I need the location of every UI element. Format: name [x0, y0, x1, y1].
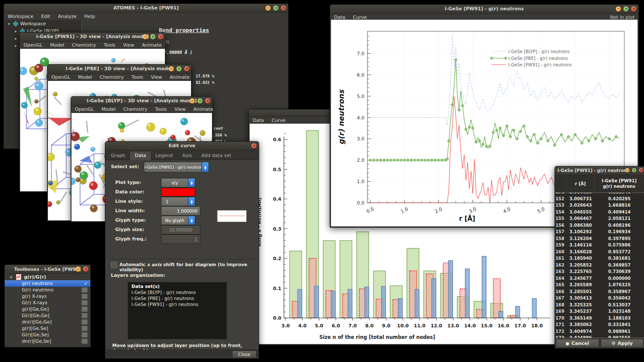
glyph-type-dropdown[interactable]: No glyph ▲▼: [161, 216, 195, 225]
menu-item-analyze[interactable]: Analyze: [58, 14, 76, 19]
titlebar-gr-table[interactable]: l-GeSe [PW91] - g(r) neutrons − + ✕: [555, 166, 644, 175]
titlebar-3d-blyp[interactable]: l-GeSe [BLYP] - 3D view - [Analysis mode…: [71, 97, 212, 106]
close-button[interactable]: ✕: [281, 6, 286, 11]
table-row[interactable]: 1553.0664672.058121: [555, 215, 644, 222]
minimize-button[interactable]: −: [143, 34, 148, 39]
table-row[interactable]: 1523.0067310.420295: [555, 196, 644, 202]
close-dialog-button[interactable]: Close: [232, 350, 256, 358]
expander-icon[interactable]: ▸: [14, 36, 18, 41]
header-r-column[interactable]: r [Å]: [566, 175, 594, 193]
maximize-button[interactable]: +: [273, 6, 278, 11]
maximize-button[interactable]: +: [632, 168, 636, 172]
titlebar-3d-pbe[interactable]: l-GeSe [PBE] - 3D view - [Analysis mode]…: [48, 65, 191, 74]
plot-type-dropdown[interactable]: x/y ▲▼: [161, 178, 195, 187]
toolbox-group-g-r-g-r[interactable]: ▾g(r)/G(r): [5, 274, 90, 280]
expander-icon[interactable]: ▸: [14, 29, 18, 33]
toolbox-item-g-r-ge-se[interactable]: G(r)[Ge,Se]: [5, 332, 90, 338]
layer-item-l-gese-blyp-g-r-neutrons[interactable]: l-GeSe [BLYP] - g(r) neutrons: [128, 289, 227, 295]
cancel-button[interactable]: ● Cancel: [556, 339, 599, 347]
menu-item-model[interactable]: Model: [101, 107, 116, 112]
expander-icon[interactable]: ▾: [9, 275, 13, 279]
menu-item-tools[interactable]: Tools: [104, 42, 115, 48]
toolbox-item-g-r-neutrons[interactable]: G(r) neutrons: [5, 287, 90, 293]
line-width-input[interactable]: 1.000000: [161, 206, 200, 216]
minimize-button[interactable]: −: [75, 267, 80, 272]
menu-item-animate[interactable]: Animate: [170, 74, 190, 80]
menu-item-view[interactable]: View: [123, 42, 134, 48]
toolbox-item-g-r-ge-ge[interactable]: g(r)[Ge,Ge]: [5, 306, 90, 312]
checkbox-icon[interactable]: [81, 306, 88, 312]
maximize-button[interactable]: +: [623, 6, 629, 12]
table-row[interactable]: 1583.1262040.397895: [555, 235, 644, 242]
toolbox-item-dn-r-ge-se[interactable]: dn(r)[Ge,Se]: [5, 338, 90, 344]
table-row[interactable]: 1693.3452371.023148: [555, 308, 644, 315]
menu-item-workspace[interactable]: Workspace: [8, 14, 33, 19]
close-button[interactable]: ✕: [631, 6, 636, 12]
menu-item-curve[interactable]: Curve: [271, 118, 285, 123]
close-button[interactable]: ✕: [205, 98, 210, 104]
close-button[interactable]: ✕: [158, 34, 163, 39]
minimize-button[interactable]: −: [190, 98, 195, 104]
checkbox-icon[interactable]: [81, 338, 88, 344]
menu-item-model[interactable]: Model: [78, 74, 92, 80]
toolbox-item-g-r-x-rays[interactable]: g(r) X-rays: [5, 293, 90, 300]
menu-item-data[interactable]: Data: [253, 118, 264, 123]
checkbox-icon[interactable]: [81, 313, 88, 318]
toolbox-item-g-r-x-rays[interactable]: G(r) X-rays: [5, 300, 90, 306]
maximize-button[interactable]: +: [176, 66, 182, 71]
minimize-button[interactable]: −: [625, 168, 629, 172]
table-row[interactable]: 1663.2855010.358967: [555, 288, 644, 295]
close-button[interactable]: ✕: [251, 143, 256, 148]
tab-add-data-set[interactable]: Add data set: [197, 151, 236, 160]
table-row[interactable]: 1643.2456770.000000: [555, 275, 644, 282]
expander-icon[interactable]: ▾: [7, 22, 11, 26]
expander-icon[interactable]: ▸: [14, 44, 18, 48]
table-row[interactable]: 1713.3850620.331841: [555, 321, 644, 328]
tab-graph[interactable]: Graph: [106, 151, 130, 160]
table-row[interactable]: 1573.1062920.196934: [555, 228, 644, 235]
line-style-dropdown[interactable]: 1 ▲▼: [161, 197, 195, 206]
menu-item-opengl[interactable]: OpenGL: [51, 74, 70, 80]
table-rows-viewport[interactable]: 1512.9868190.2129491523.0067310.42029515…: [555, 193, 644, 338]
table-row[interactable]: 1703.3651491.188103: [555, 315, 644, 322]
menu-item-help[interactable]: Help: [84, 14, 95, 19]
menu-item-opengl[interactable]: OpenGL: [75, 107, 94, 112]
table-row[interactable]: 1603.1660280.953772: [555, 249, 644, 255]
glyph-freq-input[interactable]: 1: [161, 234, 200, 244]
glyph-size-input[interactable]: 10.000000: [161, 225, 200, 234]
toolbox-item-dn-r-ge-ge[interactable]: dn(r)[Ge,Ge]: [5, 319, 90, 325]
table-row[interactable]: 1613.1859400.381681: [555, 255, 644, 262]
table-row[interactable]: 1623.2058520.369857: [555, 262, 644, 269]
table-row[interactable]: 1633.2257650.730639: [555, 268, 644, 275]
table-row[interactable]: 1683.3253250.513037: [555, 302, 644, 309]
titlebar-gr-chart[interactable]: l-GeSe [PW91] - g(r) neutrons − + ✕: [330, 5, 638, 14]
menu-item-edit[interactable]: Edit: [41, 14, 50, 19]
tab-legend[interactable]: Legend: [151, 151, 177, 160]
menu-item-tools[interactable]: Tools: [131, 74, 143, 80]
menu-item-view[interactable]: View: [174, 107, 185, 112]
checkbox-icon[interactable]: [81, 294, 88, 299]
menu-item-model[interactable]: Model: [50, 42, 64, 48]
tab-axis[interactable]: Axis: [177, 151, 197, 160]
maximize-button[interactable]: +: [150, 34, 155, 39]
minimize-button[interactable]: −: [169, 66, 174, 71]
data-color-swatch[interactable]: [161, 188, 195, 196]
auto-shift-checkbox[interactable]: [111, 262, 117, 268]
checkbox-icon[interactable]: [81, 332, 88, 338]
checkbox-icon[interactable]: [81, 319, 88, 325]
tree-item-workspace[interactable]: ▾Workspace: [4, 20, 81, 27]
table-row[interactable]: 1673.3054130.356042: [555, 295, 644, 302]
table-row[interactable]: 1543.0465550.409414: [555, 209, 644, 216]
combo-spinner-icon[interactable]: ▲▼: [188, 216, 195, 225]
select-set-dropdown[interactable]: l-GeSe [PW91] - g(r) neutrons ▲▼: [144, 162, 209, 172]
toolbox-item-g-r-neutrons[interactable]: g(r) neutrons✓: [5, 280, 90, 287]
close-button[interactable]: ✕: [639, 168, 643, 172]
menu-item-chemistry[interactable]: Chemistry: [123, 107, 147, 112]
minimize-button[interactable]: −: [616, 6, 621, 12]
tab-data[interactable]: Data: [130, 151, 151, 160]
titlebar-edit-curve[interactable]: Edit curve ✕: [105, 142, 259, 151]
table-row[interactable]: 1653.2655891.076325: [555, 282, 644, 288]
combo-spinner-icon[interactable]: ▲▼: [188, 178, 195, 187]
menu-item-view[interactable]: View: [151, 74, 162, 80]
menu-item-chemistry[interactable]: Chemistry: [100, 74, 124, 80]
